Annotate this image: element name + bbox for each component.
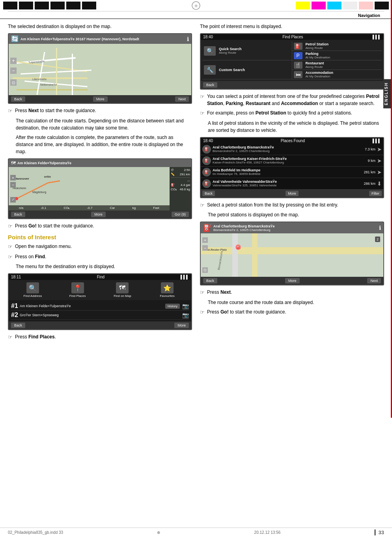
quick-search-sublabel: Along Route (219, 51, 242, 54)
place-dist-3: 281 km (364, 170, 375, 174)
map-view-icon[interactable]: ⊡ (10, 79, 17, 86)
find-menu-favourites[interactable]: ⭐ Favourites (146, 282, 189, 298)
find-back-btn[interactable]: Back (11, 323, 25, 328)
find-places-label: Find Places (69, 294, 86, 298)
history-icon-2: 📷 (182, 312, 189, 318)
petrol-next-btn[interactable]: Next (367, 278, 381, 284)
color-block-5 (66, 2, 80, 9)
places-list: ⛽ Aral Charlottenburg BismarckstraŸe Bis… (201, 144, 383, 190)
bullet-press-find-places: ☞ Press Find Places. (8, 333, 192, 341)
petrol-name-line: Aral Charlottenburg BismarckstraŸe (213, 224, 377, 228)
map-zoom-out[interactable]: − (10, 68, 17, 74)
screen1-map: Tulpenstraße Lilienstraße NelkenstraŸe +… (9, 44, 191, 95)
route-line (9, 167, 170, 210)
petrol-map-zoom-in[interactable]: + (202, 237, 208, 243)
bullet-petrol-text: For example, press on Petrol Station to … (207, 109, 384, 117)
points-of-interest-heading: Points of Interest (8, 234, 192, 240)
poi-parking[interactable]: P Parking At My Destination (292, 51, 382, 60)
bullet-open-nav-text: Open the navigation menu. (15, 243, 192, 251)
screen2-back-btn[interactable]: Back (11, 212, 25, 217)
history-num-1: #1 (11, 302, 17, 310)
place-info-1: Aral Charlottenburg BismarckstraŸe Bisma… (213, 145, 363, 153)
main-content: The selected destination is displayed on… (0, 19, 392, 351)
bullet-arrow-4: ☞ (8, 253, 13, 261)
para-petrol-displayed: The petrol stations is displayed on the … (208, 211, 384, 218)
history-item-1[interactable]: #1 Am Kleinen Felde×TulpenstraŸe History… (11, 302, 189, 311)
map-zoom-out-2[interactable]: − (10, 182, 16, 188)
petrol-map-view-btn[interactable]: ⊡ (202, 267, 208, 273)
poi-restaurant[interactable]: 🍴 Restaurant Along Route (292, 60, 382, 70)
find-menu-places[interactable]: 📍 Find Places (56, 282, 99, 298)
poi-screen-time: 18:40 (203, 35, 213, 39)
find-map-label: Find on Map (114, 294, 131, 298)
place-dist-1: 7.3 km (365, 147, 375, 151)
color-block-6 (82, 2, 96, 9)
petrol-info-icon: ℹ (379, 225, 381, 231)
poi-petrol[interactable]: ⛽ Petrol Station Along Route (292, 41, 382, 51)
poi-menu: 🔍 Quick Search Along Route 🔧 Custom Sear… (201, 40, 383, 81)
bullet-arrow-r5: ☞ (200, 308, 205, 316)
screen2-map: ⏱ 2:50 📏 291 km -:- ⛽ 4.4 gal CO₂ (9, 167, 191, 210)
place-item-4[interactable]: ⛽ Aral Vahrenheide VahrenwalderStraŸe Va… (201, 178, 383, 190)
poi-custom-search[interactable]: 🔧 Custom Search (202, 60, 292, 79)
accommodation-icon: 🛏 (294, 71, 302, 78)
screen2-more-btn[interactable]: More (91, 212, 106, 217)
poi-back-btn[interactable]: Back (203, 82, 217, 88)
para-find-menu: The menu for the destination entry is di… (16, 263, 192, 270)
bullet-select-petrol-text: Select a petrol station from the list by… (207, 201, 384, 209)
find-menu-map[interactable]: 🗺 Find on Map (101, 282, 144, 298)
place-item-3[interactable]: ⛽ Avia Bothfeld Im Heidkampe Im Heidkamp… (201, 167, 383, 178)
place-icon-3: ⛽ (202, 168, 211, 176)
screen-route-overview: 🗺 Am Kleinen Felde×TulpenstraŸe ⏱ 2:50 📏… (8, 158, 192, 219)
petrol-num-badge: 2 (375, 237, 380, 242)
custom-search-label: Custom Search (219, 68, 245, 72)
poi-signal: ▌▌▌ (373, 35, 381, 39)
place-name-4: Aral Vahrenheide VahrenwalderStraŸe (213, 180, 362, 184)
places-filter-btn[interactable]: Filter (369, 191, 382, 196)
place-dist-2: 9 km (368, 159, 375, 163)
bottom-bar: 02_Philadelphia835_gb.indd 33 ⊕ 20.12.12… (0, 528, 392, 537)
map-zoom-in[interactable]: + (10, 58, 17, 64)
parking-sublabel: At My Destination (306, 56, 330, 59)
screen1-next-btn[interactable]: Next (175, 96, 189, 102)
poi-quick-search[interactable]: 🔍 Quick Search Along Route (202, 41, 292, 60)
route-time: 2:50 (184, 168, 190, 172)
bullet-press-go-r: ☞ Press Go! to start the route guidance. (200, 308, 384, 316)
find-screen-nav-bar: Back More (9, 321, 191, 329)
place-item-1[interactable]: ⛽ Aral Charlottenburg BismarckstraŸe Bis… (201, 144, 383, 155)
place-info-3: Avia Bothfeld Im Heidkampe Im Heidkampe … (213, 168, 362, 176)
map-extra-btn[interactable]: ⤢ (10, 197, 16, 203)
history-btn-1[interactable]: History (165, 304, 180, 309)
top-left-blocks (0, 0, 188, 11)
screen-find-menu: 18:11 Find ▌▌▌ 🔍 Find Address 📍 Find Pla… (8, 273, 192, 330)
place-item-2[interactable]: ⛽ Aral Charlottenburg Kaiser-Friedrich-S… (201, 155, 383, 167)
stat-minus01: -0.1 (41, 206, 46, 210)
find-menu-address[interactable]: 🔍 Find Address (11, 282, 54, 298)
screen1-more-btn[interactable]: More (93, 96, 108, 102)
history-item-2[interactable]: #2 GroŸer Stern×Spreeweg 📷 (11, 311, 189, 320)
find-more-btn[interactable]: More (174, 323, 189, 328)
place-addr-4: VahrenwalderStraŸe 325, 30851 Vahrenheid… (213, 184, 362, 187)
place-addr-3: Im Heidkampe 76, 30659 Bothfeld (213, 172, 362, 176)
find-screen-topbar: 18:11 Find ▌▌▌ (9, 274, 191, 280)
petrol-map-area: Ernst-Reuter-Platz BismarckstraŸe ⛽ + − … (201, 233, 383, 277)
screen1-nav-icon: 🔄 (11, 35, 19, 43)
map-zoom-in-2[interactable]: + (10, 175, 16, 180)
bullet-arrow-r4: ☞ (200, 289, 205, 297)
petrol-map-zoom-out[interactable]: − (202, 245, 208, 251)
screen2-go-btn[interactable]: Go! (9) (172, 212, 189, 217)
petrol-more-btn[interactable]: More (285, 278, 300, 284)
poi-accommodation[interactable]: 🛏 Accommodation At My Destination (292, 70, 382, 79)
places-title: Places Found (281, 139, 305, 143)
svg-text:⊕: ⊕ (194, 4, 198, 8)
places-back-btn[interactable]: Back (202, 191, 215, 196)
screen1-address-bar: 🔄 Am Kleinen Felde×TulpenstraŸe 30167 Ha… (9, 34, 191, 44)
bullet-find-places-text: Press Find Places. (15, 333, 192, 341)
petrol-back-btn[interactable]: Back (203, 278, 217, 284)
screen1-info-icon: ℹ (187, 36, 189, 42)
bullet-press-find: ☞ Press on Find. (8, 253, 192, 261)
bullet-press-find-text: Press on Find. (15, 253, 192, 261)
places-more-btn[interactable]: More (286, 191, 299, 196)
screen1-back-btn[interactable]: Back (11, 96, 25, 102)
find-fav-icon: ⭐ (161, 282, 174, 293)
